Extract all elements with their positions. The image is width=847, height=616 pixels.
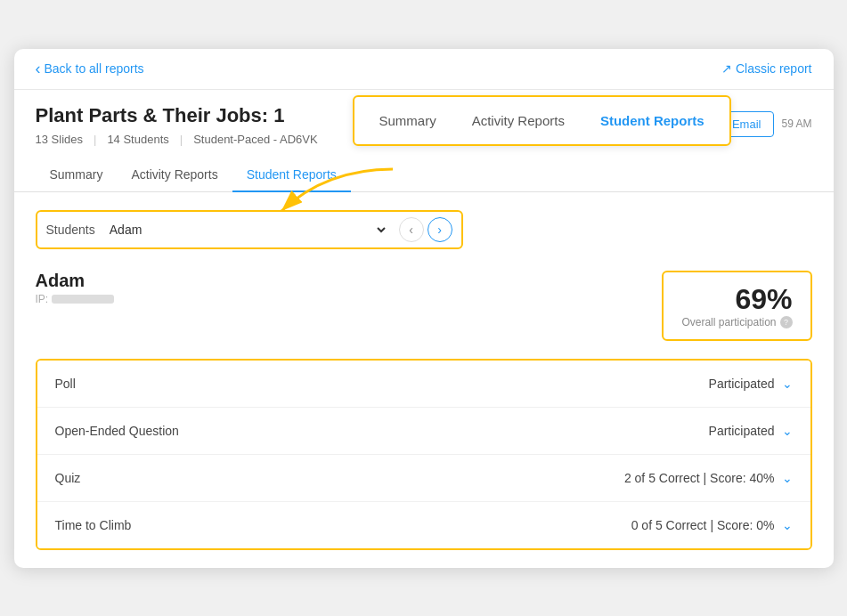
activity-row: Poll Participated ⌄ [37, 361, 810, 408]
activity-result-text: 2 of 5 Correct | Score: 40% [624, 471, 775, 485]
tab-summary[interactable]: Summary [36, 158, 118, 192]
activity-result[interactable]: 2 of 5 Correct | Score: 40% ⌄ [624, 471, 793, 485]
activity-row: Quiz 2 of 5 Correct | Score: 40% ⌄ [37, 455, 810, 502]
student-name: Adam [36, 271, 114, 291]
help-icon[interactable]: ? [780, 316, 793, 328]
tab-popup-summary[interactable]: Summary [362, 97, 454, 144]
classic-report-link[interactable]: Classic report [721, 61, 812, 76]
page-tabs: Summary Activity Reports Student Reports [14, 158, 834, 192]
activity-row: Open-Ended Question Participated ⌄ [37, 408, 810, 455]
participation-number: 69 [735, 283, 767, 315]
activity-name: Open-Ended Question [55, 424, 179, 438]
student-select[interactable]: Adam [106, 222, 388, 238]
participation-label: Overall participation ? [681, 316, 792, 328]
prev-student-button[interactable]: ‹ [399, 217, 424, 242]
top-bar: Back to all reports Classic report [14, 49, 834, 90]
activity-list: Poll Participated ⌄ Open-Ended Question … [36, 359, 812, 550]
activity-name: Poll [55, 377, 76, 391]
student-info: Adam IP: 69% Overall participation ? [36, 271, 812, 341]
students-label: Students [46, 223, 95, 237]
student-details: Adam IP: [36, 271, 114, 305]
participation-box: 69% Overall participation ? [662, 271, 811, 341]
participation-percent-display: 69% [681, 283, 792, 316]
page-title: Plant Parts & Their Jobs: 1 [36, 104, 318, 127]
activity-result[interactable]: Participated ⌄ [709, 424, 793, 438]
activity-result-text: Participated [709, 424, 775, 438]
activity-name: Quiz [55, 471, 81, 485]
student-ip: IP: [36, 293, 114, 305]
meta-info: 13 Slides | 14 Students | Student-Paced … [36, 133, 318, 146]
back-link[interactable]: Back to all reports [36, 60, 144, 78]
activity-name: Time to Climb [55, 518, 132, 532]
nav-arrows: ‹ › [399, 217, 452, 242]
ip-value [52, 295, 114, 304]
students-count: 14 Students [107, 133, 168, 146]
pacing-info: Student-Paced - AD6VK [193, 133, 317, 146]
student-selector: Students Adam ‹ › [36, 210, 463, 249]
chevron-down-icon[interactable]: ⌄ [782, 377, 793, 391]
chevron-down-icon[interactable]: ⌄ [782, 471, 793, 485]
participation-unit: % [767, 283, 792, 315]
timestamp: 59 AM [781, 118, 811, 130]
activity-result-text: Participated [709, 377, 775, 391]
tabs-popup: Summary Activity Reports Student Reports [353, 95, 731, 146]
main-window: Back to all reports Classic report Summa… [14, 49, 834, 568]
tab-popup-student-reports[interactable]: Student Reports [582, 97, 722, 144]
activity-result[interactable]: Participated ⌄ [709, 377, 793, 391]
activity-result[interactable]: 0 of 5 Correct | Score: 0% ⌄ [631, 518, 793, 532]
participation-text: Overall participation [681, 316, 776, 328]
activity-result-text: 0 of 5 Correct | Score: 0% [631, 518, 775, 532]
chevron-down-icon[interactable]: ⌄ [782, 424, 793, 438]
ip-label: IP: [36, 293, 49, 305]
tab-activity-reports[interactable]: Activity Reports [117, 158, 232, 192]
activity-row: Time to Climb 0 of 5 Correct | Score: 0%… [37, 502, 810, 548]
tooltip-arrow [255, 165, 397, 218]
chevron-down-icon[interactable]: ⌄ [782, 518, 793, 532]
main-content: Students Adam ‹ › Adam IP: 69% Ov [14, 192, 834, 568]
tab-popup-activity-reports[interactable]: Activity Reports [454, 97, 582, 144]
slides-count: 13 Slides [36, 133, 83, 146]
next-student-button[interactable]: › [428, 217, 452, 242]
